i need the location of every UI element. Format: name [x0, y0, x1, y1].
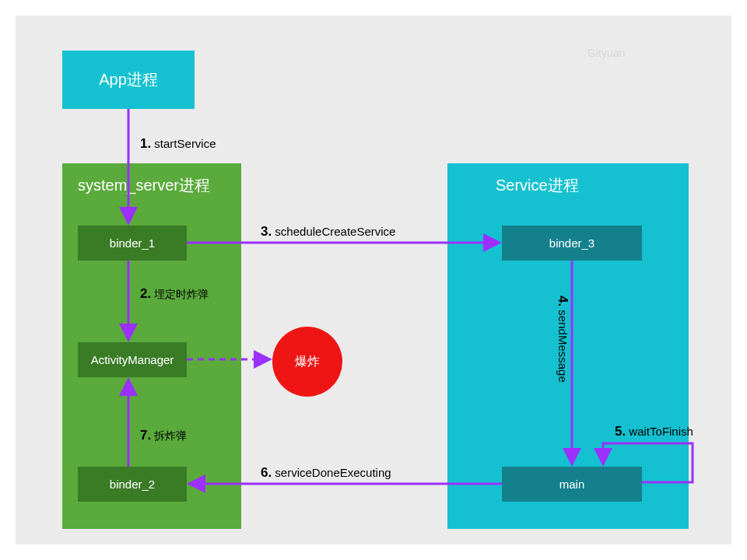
step-7-text: 拆炸弹	[154, 429, 187, 442]
step-7-label: 7. 拆炸弹	[140, 428, 187, 443]
step-6-text: serviceDoneExecuting	[275, 466, 391, 479]
step-6-label: 6. serviceDoneExecuting	[261, 465, 391, 481]
step-4-label: 4. sendMessage	[555, 296, 570, 383]
binder-2-node: binder_2	[78, 467, 187, 502]
step-4-text: sendMessage	[556, 310, 570, 382]
explode-label: 爆炸	[295, 354, 320, 370]
main-label: main	[559, 478, 585, 491]
binder-2-label: binder_2	[110, 478, 155, 491]
step-2-text: 埋定时炸弹	[154, 288, 209, 300]
step-1-text: startService	[154, 137, 216, 150]
activity-manager-label: ActivityManager	[91, 353, 174, 366]
app-process-box: App进程	[62, 51, 195, 109]
step-6-num: 6.	[261, 465, 272, 480]
system-server-title: system_server进程	[78, 175, 210, 196]
step-2-label: 2. 埋定时炸弹	[140, 286, 209, 302]
explode-circle: 爆炸	[272, 327, 342, 397]
service-process-title: Service进程	[496, 175, 579, 196]
binder-3-node: binder_3	[502, 226, 642, 261]
activity-manager-node: ActivityManager	[78, 342, 187, 377]
step-3-label: 3. scheduleCreateService	[261, 224, 395, 240]
step-4-num: 4.	[556, 296, 570, 306]
binder-3-label: binder_3	[549, 236, 594, 250]
watermark: Gityuan	[587, 47, 625, 59]
step-5-num: 5.	[615, 424, 626, 439]
diagram-canvas: Gityuan App进程 system_server进程 binder_1 A…	[16, 16, 731, 544]
step-5-text: waitToFinish	[629, 425, 693, 438]
step-3-num: 3.	[261, 224, 272, 239]
step-5-label: 5. waitToFinish	[615, 424, 693, 439]
app-process-title: App进程	[99, 69, 158, 90]
step-1-label: 1. startService	[140, 136, 216, 152]
step-2-num: 2.	[140, 286, 151, 301]
binder-1-label: binder_1	[110, 236, 155, 250]
step-1-num: 1.	[140, 136, 151, 151]
step-3-text: scheduleCreateService	[275, 225, 395, 238]
main-node: main	[502, 467, 642, 502]
step-7-num: 7.	[140, 428, 151, 443]
binder-1-node: binder_1	[78, 226, 187, 261]
